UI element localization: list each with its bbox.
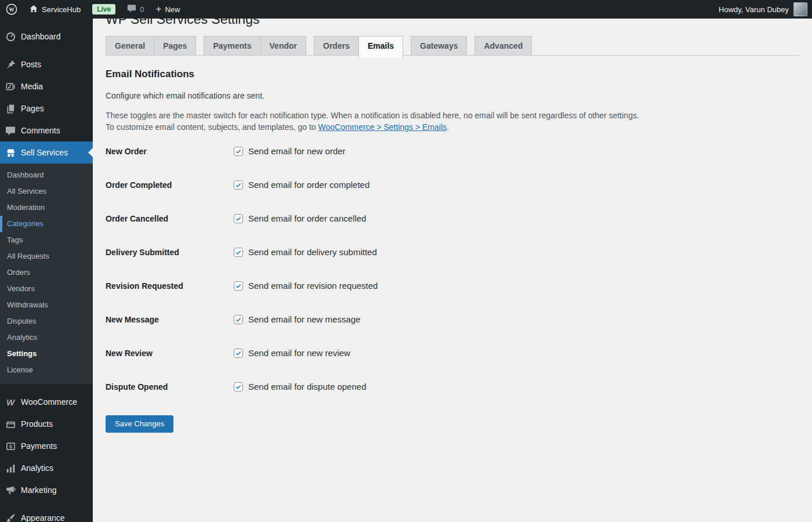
setting-label: Order Cancelled <box>106 213 234 224</box>
sidebar-item-label: Marketing <box>21 485 56 495</box>
checkbox-field[interactable]: Send email for new order <box>234 146 346 157</box>
submenu-item-license[interactable]: License <box>0 362 93 378</box>
tab-emails[interactable]: Emails <box>358 36 403 58</box>
checkbox-checked[interactable] <box>234 147 243 156</box>
section-subtitle: Configure which email notifications are … <box>106 91 799 100</box>
comments-icon <box>5 125 16 136</box>
save-changes-button[interactable]: Save Changes <box>106 415 173 433</box>
howdy-account-link[interactable]: Howdy, Varun Dubey <box>719 5 789 14</box>
submenu-item-moderation[interactable]: Moderation <box>0 200 93 216</box>
checkbox-field[interactable]: Send email for new message <box>234 314 360 325</box>
submenu-item-tags[interactable]: Tags <box>0 232 93 248</box>
sidebar-item-label: WooCommerce <box>21 397 77 407</box>
submenu-item-orders[interactable]: Orders <box>0 264 93 281</box>
sidebar-item-label: Products <box>21 419 53 429</box>
setting-row-order-completed: Order Completed Send email for order com… <box>106 180 799 190</box>
submenu-item-categories[interactable]: Categories <box>0 216 93 232</box>
submenu-item-analytics[interactable]: Analytics <box>0 329 93 346</box>
sidebar-item-sell-services[interactable]: Sell Services <box>0 142 93 164</box>
checkbox-field[interactable]: Send email for dispute opened <box>234 382 366 392</box>
sidebar-item-pages[interactable]: Pages <box>0 97 93 119</box>
checkbox-checked[interactable] <box>234 349 243 358</box>
submenu-item-all-services[interactable]: All Services <box>0 183 93 200</box>
setting-label: Delivery Submitted <box>106 247 234 258</box>
sidebar-item-comments[interactable]: Comments <box>0 119 93 142</box>
setting-label: Order Completed <box>106 180 234 190</box>
sidebar-item-dashboard[interactable]: Dashboard <box>0 26 93 48</box>
wordpress-logo-menu[interactable]: W <box>0 0 23 19</box>
sidebar-item-label: Media <box>21 82 43 91</box>
store-icon <box>5 147 16 158</box>
sidebar-item-media[interactable]: Media <box>0 75 93 97</box>
site-name: ServiceHub <box>42 5 81 14</box>
tab-vendor[interactable]: Vendor <box>260 36 306 55</box>
tab-payments[interactable]: Payments <box>204 36 260 55</box>
sell-services-submenu: Dashboard All Services Moderation Catego… <box>0 164 93 384</box>
sidebar-item-label: Analytics <box>21 463 53 473</box>
tab-general[interactable]: General <box>106 36 154 55</box>
sidebar-item-appearance[interactable]: Appearance <box>0 507 93 522</box>
checkbox-checked[interactable] <box>234 281 243 291</box>
sidebar-item-payments[interactable]: $ Payments <box>0 435 93 457</box>
setting-row-new-message: New Message Send email for new message <box>106 314 799 325</box>
tab-group: Gateways <box>411 36 467 55</box>
checkbox-checked[interactable] <box>234 315 243 324</box>
setting-row-order-cancelled: Order Cancelled Send email for order can… <box>106 213 799 224</box>
checkbox-checked[interactable] <box>234 248 243 257</box>
sidebar-item-woocommerce[interactable]: W WooCommerce <box>0 391 93 413</box>
section-description: These toggles are the master switch for … <box>106 110 799 133</box>
setting-label: Revision Requested <box>106 281 234 291</box>
setting-row-new-order: New Order Send email for new order <box>106 146 799 157</box>
product-box-icon <box>5 418 16 430</box>
submenu-item-vendors[interactable]: Vendors <box>0 281 93 297</box>
checkbox-checked[interactable] <box>234 382 243 392</box>
checkbox-field[interactable]: Send email for delivery submitted <box>234 247 377 258</box>
checkbox-field[interactable]: Send email for revision requested <box>234 281 378 291</box>
description-suffix: . <box>447 122 449 132</box>
setting-row-delivery-submitted: Delivery Submitted Send email for delive… <box>106 247 799 258</box>
checkbox-label: Send email for order cancelled <box>248 213 366 224</box>
setting-label: New Message <box>106 314 234 325</box>
submenu-item-withdrawals[interactable]: Withdrawals <box>0 297 93 313</box>
checkbox-field[interactable]: Send email for new review <box>234 348 350 358</box>
sidebar-item-analytics[interactable]: Analytics <box>0 457 93 479</box>
tab-gateways[interactable]: Gateways <box>411 36 467 55</box>
tab-group: General Pages <box>106 36 196 55</box>
sidebar-item-marketing[interactable]: Marketing <box>0 479 93 501</box>
paintbrush-icon <box>5 512 16 522</box>
setting-label: New Review <box>106 348 234 358</box>
checkbox-field[interactable]: Send email for order cancelled <box>234 213 366 224</box>
sidebar-item-label: Payments <box>21 441 57 451</box>
menu-separator <box>0 48 93 53</box>
admin-bar-left: W ServiceHub Live 0 + New <box>0 0 186 19</box>
checkbox-checked[interactable] <box>234 180 243 190</box>
sidebar-item-label: Posts <box>21 60 41 69</box>
sidebar-item-products[interactable]: Products <box>0 413 93 435</box>
tab-pages[interactable]: Pages <box>154 36 196 55</box>
user-avatar[interactable] <box>793 2 807 16</box>
main-content: WP Sell Services Settings General Pages … <box>93 0 812 444</box>
description-line2: To customize email content, subjects, an… <box>106 122 318 132</box>
woocommerce-settings-emails-link[interactable]: WooCommerce > Settings > Emails <box>318 122 447 132</box>
submenu-item-dashboard[interactable]: Dashboard <box>0 167 93 183</box>
submenu-item-disputes[interactable]: Disputes <box>0 313 93 329</box>
checkbox-label: Send email for new review <box>248 348 350 358</box>
comment-count: 0 <box>140 5 144 14</box>
checkbox-field[interactable]: Send email for order completed <box>234 180 369 190</box>
new-content-menu[interactable]: + New <box>150 0 186 19</box>
svg-text:W: W <box>9 7 14 13</box>
submenu-item-all-requests[interactable]: All Requests <box>0 248 93 264</box>
tab-group: Advanced <box>474 36 532 55</box>
checkbox-label: Send email for order completed <box>248 180 369 190</box>
sidebar-item-label: Sell Services <box>21 148 68 157</box>
submenu-item-settings[interactable]: Settings <box>0 346 93 362</box>
environment-badge-item[interactable]: Live <box>86 0 121 19</box>
checkbox-checked[interactable] <box>234 214 243 223</box>
site-name-menu[interactable]: ServiceHub <box>23 0 86 19</box>
sidebar-item-posts[interactable]: Posts <box>0 53 93 75</box>
tab-orders[interactable]: Orders <box>314 36 359 55</box>
setting-row-new-review: New Review Send email for new review <box>106 348 799 358</box>
comments-menu[interactable]: 0 <box>121 0 150 19</box>
tab-advanced[interactable]: Advanced <box>474 36 532 55</box>
checkbox-label: Send email for delivery submitted <box>248 247 377 258</box>
